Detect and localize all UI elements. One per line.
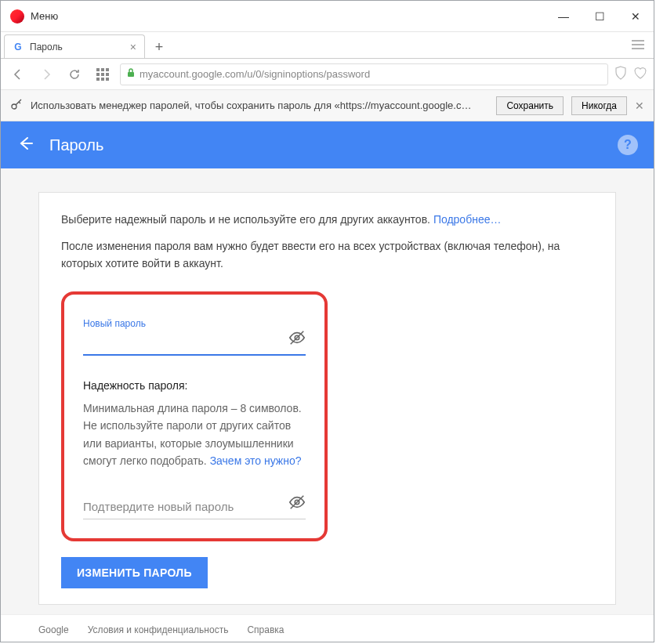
window-controls: — ☐ ✕ bbox=[545, 1, 654, 32]
lock-icon bbox=[127, 68, 135, 80]
confirm-password-field-group: Подтвердите новый пароль bbox=[83, 493, 306, 519]
tab-bar: G Пароль × + bbox=[1, 32, 654, 59]
footer-privacy-link[interactable]: Условия и конфиденциальность bbox=[88, 624, 229, 635]
learn-more-link[interactable]: Подробнее… bbox=[433, 213, 502, 226]
confirm-password-input[interactable] bbox=[83, 493, 306, 519]
toggle-visibility-icon[interactable] bbox=[288, 329, 306, 349]
app-header: Пароль ? bbox=[1, 121, 654, 168]
tab-menu-icon[interactable] bbox=[632, 38, 644, 52]
intro-text-1: Выберите надежный пароль и не используйт… bbox=[61, 212, 593, 228]
intro-text-2: После изменения пароля вам нужно будет в… bbox=[61, 237, 593, 273]
password-card: Выберите надежный пароль и не используйт… bbox=[38, 192, 616, 605]
footer-google-link[interactable]: Google bbox=[38, 624, 69, 635]
svg-rect-0 bbox=[128, 72, 134, 77]
url-text: myaccount.google.com/u/0/signinoptions/p… bbox=[140, 68, 370, 80]
save-bar-text: Использовать менеджер паролей, чтобы сох… bbox=[31, 99, 488, 111]
new-password-field-group: Новый пароль bbox=[83, 318, 306, 356]
footer: Google Условия и конфиденциальность Спра… bbox=[1, 614, 654, 642]
tab-title: Пароль bbox=[30, 42, 63, 52]
browser-tab[interactable]: G Пароль × bbox=[4, 34, 145, 58]
key-icon bbox=[10, 98, 23, 113]
minimize-button[interactable]: — bbox=[545, 1, 582, 32]
toggle-visibility-icon[interactable] bbox=[288, 494, 306, 514]
url-input[interactable]: myaccount.google.com/u/0/signinoptions/p… bbox=[120, 63, 608, 85]
close-bar-icon[interactable]: ✕ bbox=[635, 99, 644, 112]
page-title: Пароль bbox=[49, 136, 103, 154]
why-link[interactable]: Зачем это нужно? bbox=[210, 454, 302, 467]
back-button[interactable] bbox=[7, 63, 29, 85]
google-favicon-icon: G bbox=[13, 42, 24, 52]
password-save-bar: Использовать менеджер паролей, чтобы сох… bbox=[1, 90, 654, 121]
help-icon[interactable]: ? bbox=[618, 135, 638, 155]
reload-button[interactable] bbox=[63, 63, 85, 85]
menu-button[interactable]: Меню bbox=[31, 10, 58, 22]
shield-icon[interactable] bbox=[614, 66, 627, 82]
header-back-arrow-icon[interactable] bbox=[16, 135, 34, 156]
opera-logo-icon bbox=[10, 9, 24, 24]
content-area: Выберите надежный пароль и не используйт… bbox=[1, 168, 654, 642]
strength-text: Минимальная длина пароля – 8 символов. Н… bbox=[83, 400, 306, 470]
strength-title: Надежность пароля: bbox=[83, 379, 306, 392]
title-bar: Меню — ☐ ✕ bbox=[1, 1, 654, 32]
close-window-button[interactable]: ✕ bbox=[618, 1, 654, 32]
speed-dial-button[interactable] bbox=[92, 63, 114, 85]
save-password-button[interactable]: Сохранить bbox=[496, 96, 564, 115]
password-form-highlight: Новый пароль Надежность пароля: Минималь… bbox=[61, 291, 328, 542]
new-password-input[interactable] bbox=[83, 329, 306, 356]
close-tab-icon[interactable]: × bbox=[130, 41, 136, 53]
address-bar: myaccount.google.com/u/0/signinoptions/p… bbox=[1, 59, 654, 90]
heart-icon[interactable] bbox=[633, 67, 647, 81]
maximize-button[interactable]: ☐ bbox=[582, 1, 618, 32]
footer-help-link[interactable]: Справка bbox=[247, 624, 284, 635]
forward-button[interactable] bbox=[35, 63, 57, 85]
change-password-button[interactable]: ИЗМЕНИТЬ ПАРОЛЬ bbox=[61, 557, 208, 588]
browser-window: Меню — ☐ ✕ G Пароль × + bbox=[0, 0, 654, 642]
new-password-label: Новый пароль bbox=[83, 318, 306, 329]
new-tab-button[interactable]: + bbox=[148, 36, 170, 58]
never-save-button[interactable]: Никогда bbox=[571, 96, 627, 115]
